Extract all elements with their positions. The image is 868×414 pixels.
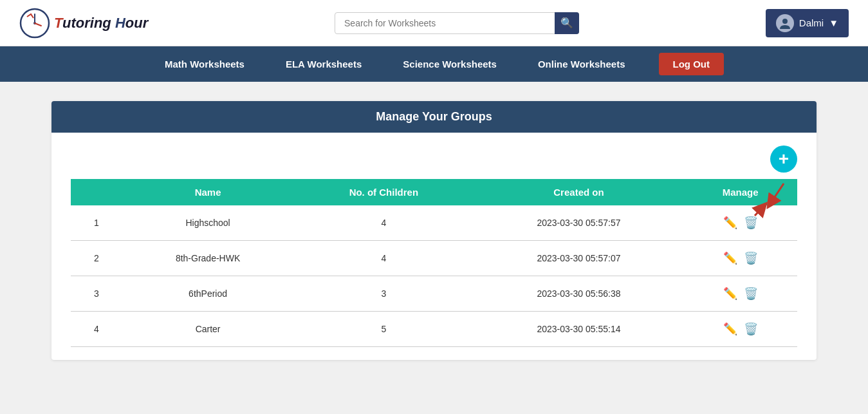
search-area: 🔍 bbox=[148, 12, 766, 34]
row-index: 2 bbox=[71, 241, 122, 276]
col-children: No. of Children bbox=[293, 179, 474, 205]
col-created: Created on bbox=[474, 179, 684, 205]
add-group-button[interactable]: + bbox=[770, 146, 797, 173]
card-title: Manage Your Groups bbox=[51, 101, 817, 133]
chevron-down-icon: ▼ bbox=[829, 17, 838, 28]
manage-cell: ✏️ 🗑️ bbox=[683, 205, 797, 241]
table-row: 2 8th-Grade-HWK 4 2023-03-30 05:57:07 ✏️… bbox=[71, 241, 797, 276]
row-created: 2023-03-30 05:56:38 bbox=[474, 276, 684, 312]
col-manage: Manage bbox=[683, 179, 797, 205]
col-name: Name bbox=[122, 179, 293, 205]
row-index: 4 bbox=[71, 312, 122, 347]
edit-button[interactable]: ✏️ bbox=[723, 216, 737, 230]
nav-bar: Math Worksheets ELA Worksheets Science W… bbox=[0, 46, 868, 82]
add-btn-row: + bbox=[71, 146, 797, 173]
delete-button[interactable]: 🗑️ bbox=[744, 287, 758, 301]
groups-table: Name No. of Children Created on Manage 1… bbox=[71, 179, 797, 347]
logo-clock-icon bbox=[19, 8, 50, 39]
table-header-row: Name No. of Children Created on Manage bbox=[71, 179, 797, 205]
groups-card: Manage Your Groups + Name No. of Childre… bbox=[51, 101, 817, 360]
table-row: 4 Carter 5 2023-03-30 05:55:14 ✏️ 🗑️ bbox=[71, 312, 797, 347]
row-name: Carter bbox=[122, 312, 293, 347]
delete-button[interactable]: 🗑️ bbox=[744, 322, 758, 336]
row-index: 3 bbox=[71, 276, 122, 312]
user-menu-button[interactable]: Dalmi ▼ bbox=[766, 9, 849, 37]
logout-button[interactable]: Log Out bbox=[659, 53, 724, 75]
row-index: 1 bbox=[71, 205, 122, 241]
search-input[interactable] bbox=[335, 12, 579, 34]
user-name-label: Dalmi bbox=[799, 17, 824, 28]
search-icon: 🔍 bbox=[560, 17, 573, 29]
manage-cell: ✏️ 🗑️ bbox=[683, 312, 797, 347]
col-index bbox=[71, 179, 122, 205]
row-name: Highschool bbox=[122, 205, 293, 241]
logo: Tutoring Hour bbox=[19, 8, 148, 39]
edit-button[interactable]: ✏️ bbox=[723, 251, 737, 265]
svg-line-3 bbox=[35, 23, 41, 26]
row-children: 5 bbox=[293, 312, 474, 347]
card-body: + Name No. of Children Created on Manage… bbox=[51, 133, 817, 360]
row-created: 2023-03-30 05:55:14 bbox=[474, 312, 684, 347]
row-children: 4 bbox=[293, 241, 474, 276]
delete-button[interactable]: 🗑️ bbox=[744, 216, 758, 230]
edit-button[interactable]: ✏️ bbox=[723, 322, 737, 336]
main-content: Manage Your Groups + Name No. of Childre… bbox=[0, 82, 868, 379]
row-name: 8th-Grade-HWK bbox=[122, 241, 293, 276]
row-created: 2023-03-30 05:57:07 bbox=[474, 241, 684, 276]
search-button[interactable]: 🔍 bbox=[555, 12, 579, 34]
nav-online-worksheets[interactable]: Online Worksheets bbox=[517, 59, 646, 70]
row-children: 3 bbox=[293, 276, 474, 312]
row-children: 4 bbox=[293, 205, 474, 241]
edit-button[interactable]: ✏️ bbox=[723, 287, 737, 301]
manage-cell: ✏️ 🗑️ bbox=[683, 241, 797, 276]
nav-science-worksheets[interactable]: Science Worksheets bbox=[382, 59, 517, 70]
user-area: Dalmi ▼ bbox=[766, 9, 849, 37]
row-name: 6thPeriod bbox=[122, 276, 293, 312]
row-created: 2023-03-30 05:57:57 bbox=[474, 205, 684, 241]
logo-text: Tutoring Hour bbox=[54, 15, 148, 32]
manage-cell: ✏️ 🗑️ bbox=[683, 276, 797, 312]
delete-button[interactable]: 🗑️ bbox=[744, 251, 758, 265]
table-row: 1 Highschool 4 2023-03-30 05:57:57 ✏️ 🗑️ bbox=[71, 205, 797, 241]
nav-math-worksheets[interactable]: Math Worksheets bbox=[144, 59, 265, 70]
nav-ela-worksheets[interactable]: ELA Worksheets bbox=[265, 59, 382, 70]
table-row: 3 6thPeriod 3 2023-03-30 05:56:38 ✏️ 🗑️ bbox=[71, 276, 797, 312]
avatar bbox=[776, 14, 794, 32]
svg-point-4 bbox=[782, 19, 788, 24]
